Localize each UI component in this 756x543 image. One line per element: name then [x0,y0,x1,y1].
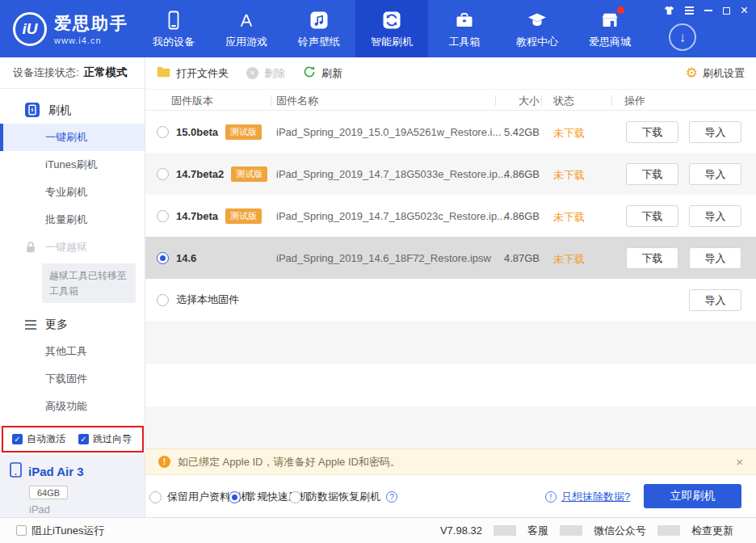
app-version: V7.98.32 [429,524,494,537]
row-left-group: 14.7beta测试版 [157,195,262,237]
firmware-version: 14.7beta2 [176,168,224,180]
device-panel: iPad Air 3 64GB iPad [0,454,145,517]
flash-now-button[interactable]: 立即刷机 [644,484,741,508]
block-itunes-checkbox[interactable]: 阻止iTunes运行 [0,524,105,538]
local-firmware-label: 选择本地固件 [176,293,239,307]
firmware-status: 未下载 [553,252,585,267]
sidebar-section-flash[interactable]: 刷机 [0,98,145,124]
minimize-button[interactable] [704,5,712,16]
row-left-group: 15.0beta测试版 [157,111,262,153]
radio-anti-recovery-flash[interactable]: 防数据恢复刷机 ? [289,490,397,504]
sidebar-item-other-tools[interactable]: 其他工具 [0,338,145,365]
download-button[interactable]: 下载 [626,163,678,185]
sidebar-item-label: 一键越狱 [45,240,87,255]
table-row[interactable]: 14.7beta测试版iPad_Spring_2019_14.7_18G5023… [145,195,756,237]
download-button[interactable]: 下载 [626,205,678,227]
firmware-size: 4.87GB [485,252,540,264]
import-button[interactable]: 导入 [689,289,741,311]
checkbox-label: 阻止iTunes运行 [32,524,105,538]
table-row[interactable]: 14.7beta2测试版iPad_Spring_2019_14.7_18G503… [145,153,756,195]
notice-close-icon[interactable]: × [736,455,743,469]
empty-stripe [145,406,756,448]
sidebar-item-label: iTunes刷机 [45,158,98,172]
import-button[interactable]: 导入 [689,205,741,227]
nav-smart-flash[interactable]: 智能刷机 [355,0,428,57]
sidebar-item-one-key-flash[interactable]: 一键刷机 [0,124,145,151]
app-logo: iU 爱思助手 www.i4.cn [0,0,137,57]
empty-stripe [145,364,756,406]
jailbreak-moved-note: 越狱工具已转移至工具箱 [42,263,136,303]
import-button[interactable]: 导入 [689,121,741,143]
radio-label: 防数据恢复刷机 [307,490,380,504]
refresh-button[interactable]: 刷新 [303,65,342,81]
sidebar-item-download-firmware[interactable]: 下载固件 [0,365,145,393]
nav-toolbox[interactable]: 工具箱 [428,0,501,57]
gear-icon: ⚙ [686,66,698,80]
customer-service-link[interactable]: 客服 [516,524,560,538]
firmware-name: iPad_Spring_2019_15.0_19A5261w_Restore.i… [276,126,501,138]
nav-label: 教程中心 [516,35,558,49]
download-manager-button[interactable]: ↓ [669,23,696,51]
row-left-group: 选择本地固件 [157,279,239,321]
flash-settings-button[interactable]: ⚙ 刷机设置 [686,66,745,81]
import-button[interactable]: 导入 [689,247,741,269]
auto-activate-checkbox[interactable]: ✓ 自动激活 [12,432,65,446]
radio-selected[interactable] [157,252,169,264]
device-capacity-badge: 64GB [29,486,68,499]
sidebar-item-advanced[interactable]: 高级功能 [0,393,145,420]
radio-selected [229,491,241,503]
checkbox-checked-icon: ✓ [78,434,89,444]
skip-setup-checkbox[interactable]: ✓ 跳过向导 [78,432,132,446]
sidebar-section-more[interactable]: 更多 [0,312,145,338]
lock-icon [24,241,37,256]
nav-label: 铃声壁纸 [298,35,340,49]
firmware-version: 15.0beta [176,126,218,138]
erase-data-link[interactable]: ! 只想抹除数据? [545,490,630,504]
checkbox-checked-icon: ✓ [12,434,23,444]
beta-badge: 测试版 [225,124,262,140]
nav-apps-games[interactable]: 应用游戏 [210,0,283,57]
table-row[interactable]: 15.0beta测试版iPad_Spring_2019_15.0_19A5261… [145,111,756,153]
download-button[interactable]: 下载 [626,247,678,269]
nav-store[interactable]: 爱思商城 [573,0,646,57]
firmware-toolbar: 打开文件夹 × 删除 刷新 ⚙ 刷机设置 [145,57,756,89]
wechat-account-link[interactable]: 微信公众号 [582,524,657,538]
check-update-link[interactable]: 检查更新 [680,524,745,538]
import-button[interactable]: 导入 [689,163,741,185]
radio-unselected[interactable] [157,294,169,306]
nav-my-devices[interactable]: 我的设备 [137,0,210,57]
column-header-version: 固件版本 [171,94,213,108]
sync-icon [381,9,402,32]
main-panel: 打开文件夹 × 删除 刷新 ⚙ 刷机设置 固件版本 固件名称 大小 状态 操作 [145,57,756,517]
close-button[interactable]: × [741,5,748,16]
delete-button[interactable]: × 删除 [246,66,285,81]
apple-id-notice: ! 如已绑定 Apple ID，请准备好 Apple ID和密码。 × [145,448,756,475]
sidebar-item-batch-flash[interactable]: 批量刷机 [0,206,145,234]
divider [657,525,680,536]
maximize-button[interactable] [723,5,730,16]
table-row[interactable]: 14.6iPad_Spring_2019_14.6_18F72_Restore.… [145,237,756,279]
smartphone-icon [163,9,184,32]
sidebar-item-jailbreak[interactable]: 一键越狱 [0,234,145,261]
row-left-group: 14.6 [157,237,196,279]
hamburger-icon [25,320,36,330]
nav-tutorials[interactable]: 教程中心 [501,0,573,57]
sidebar-item-itunes-flash[interactable]: iTunes刷机 [0,151,145,179]
firmware-name: iPad_Spring_2019_14.7_18G5023c_Restore.i… [276,210,506,222]
firmware-status: 未下载 [553,126,585,141]
open-folder-button[interactable]: 打开文件夹 [157,66,229,81]
radio-unselected[interactable] [157,168,169,180]
help-icon[interactable]: ? [386,491,397,503]
radio-unselected[interactable] [157,126,169,138]
skin-icon[interactable] [664,5,674,16]
table-row-local-firmware[interactable]: 选择本地固件导入 [145,279,756,321]
firmware-name: iPad_Spring_2019_14.6_18F72_Restore.ipsw [276,252,491,264]
menu-icon[interactable] [685,5,694,16]
toolbar-label: 刷机设置 [703,66,745,81]
radio-unselected[interactable] [157,210,169,222]
download-button[interactable]: 下载 [626,121,678,143]
connection-status: 设备连接状态: 正常模式 [0,57,145,89]
nav-ringtones-wallpapers[interactable]: 铃声壁纸 [283,0,355,57]
sidebar-item-pro-flash[interactable]: 专业刷机 [0,179,145,206]
erase-link-label: 只想抹除数据? [561,490,630,504]
